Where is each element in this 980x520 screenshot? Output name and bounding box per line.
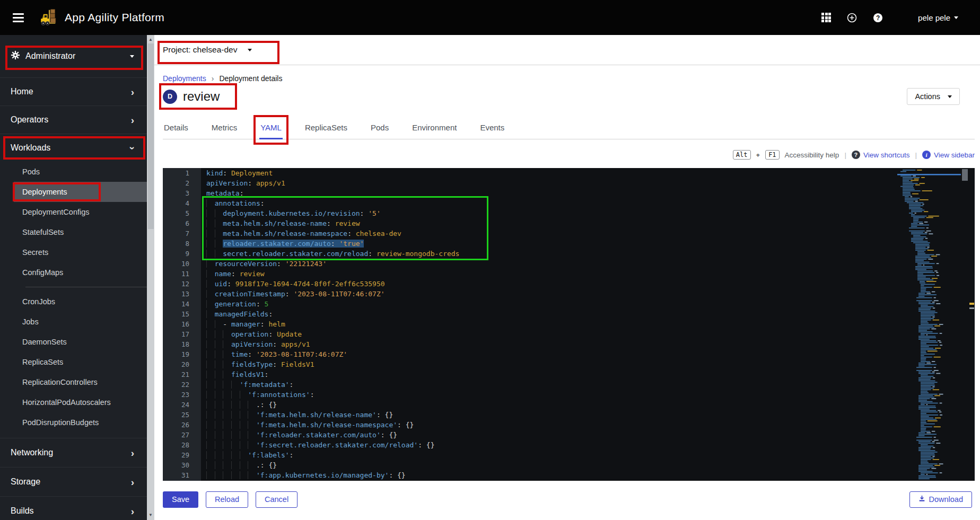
scroll-up-icon[interactable]: ▲ xyxy=(147,36,154,43)
perspective-switcher[interactable]: Administrator xyxy=(0,35,147,77)
sidebar-item-horizontalpodautoscalers[interactable]: HorizontalPodAutoscalers xyxy=(0,392,147,412)
scrollbar-thumb[interactable] xyxy=(148,43,154,229)
yaml-line[interactable]: 18 apiVersion: apps/v1 xyxy=(163,339,895,349)
yaml-line[interactable]: 16 - manager: helm xyxy=(163,319,895,329)
tab-metrics[interactable]: Metrics xyxy=(211,119,238,139)
sidebar-item-daemonsets[interactable]: DaemonSets xyxy=(0,332,147,352)
overview-ruler-mark xyxy=(969,307,974,309)
yaml-editor[interactable]: 1kind: Deployment2apiVersion: apps/v13me… xyxy=(163,168,975,481)
line-number: 12 xyxy=(163,279,201,289)
yaml-line[interactable]: 8 reloader.stakater.com/auto: 'true' xyxy=(163,239,895,249)
editor-scrollbar-thumb[interactable] xyxy=(962,169,968,181)
sidebar-item-deploymentconfigs[interactable]: DeploymentConfigs xyxy=(0,202,147,222)
yaml-line[interactable]: 6 meta.helm.sh/release-name: review xyxy=(163,218,895,228)
view-shortcuts-link[interactable]: ? View shortcuts xyxy=(852,151,910,159)
download-icon xyxy=(918,495,925,504)
yaml-line[interactable]: 25 'f:meta.helm.sh/release-name': {} xyxy=(163,410,895,420)
view-sidebar-link[interactable]: i View sidebar xyxy=(922,151,975,159)
sidebar-item-networking[interactable]: Networking xyxy=(0,438,147,467)
line-number: 20 xyxy=(163,359,201,369)
sidebar-item-builds[interactable]: Builds xyxy=(0,496,147,520)
yaml-line[interactable]: 2apiVersion: apps/v1 xyxy=(163,178,895,188)
reload-button[interactable]: Reload xyxy=(206,491,248,508)
yaml-line-content: .: {} xyxy=(201,400,277,410)
yaml-line[interactable]: 19 time: '2023-08-11T07:46:07Z' xyxy=(163,349,895,359)
yaml-line-content: reloader.stakater.com/auto: 'true' xyxy=(201,239,364,249)
sidebar-item-statefulsets[interactable]: StatefulSets xyxy=(0,222,147,242)
sidebar-item-deployments[interactable]: Deployments xyxy=(0,182,147,202)
tab-environment[interactable]: Environment xyxy=(411,119,458,139)
sidebar-item-secrets[interactable]: Secrets xyxy=(0,242,147,262)
yaml-line[interactable]: 5 deployment.kubernetes.io/revision: '5' xyxy=(163,208,895,218)
yaml-line[interactable]: 17 operation: Update xyxy=(163,329,895,339)
yaml-line-content: 'f:app.kubernetes.io/managed-by': {} xyxy=(201,470,406,480)
line-number: 16 xyxy=(163,319,201,329)
sidebar-item-cronjobs[interactable]: CronJobs xyxy=(0,292,147,312)
project-bar: Project: chelsea-dev xyxy=(154,35,980,65)
download-button[interactable]: Download xyxy=(909,491,973,508)
sidebar-item-storage[interactable]: Storage xyxy=(0,467,147,496)
yaml-line[interactable]: 28 'f:secret.reloader.stakater.com/reloa… xyxy=(163,440,895,450)
sidebar-item-replicationcontrollers[interactable]: ReplicationControllers xyxy=(0,372,147,392)
yaml-line[interactable]: 21 fieldsV1: xyxy=(163,369,895,380)
tab-yaml[interactable]: YAML xyxy=(259,119,283,139)
yaml-line[interactable]: 10 resourceVersion: '22121243' xyxy=(163,259,895,269)
tab-pods[interactable]: Pods xyxy=(370,119,390,139)
project-selector[interactable]: Project: chelsea-dev xyxy=(163,45,237,55)
tab-events[interactable]: Events xyxy=(479,119,505,139)
sidebar-item-jobs[interactable]: Jobs xyxy=(0,312,147,332)
yaml-line[interactable]: 1kind: Deployment xyxy=(163,168,895,178)
sidebar-item-home[interactable]: Home xyxy=(0,77,147,105)
yaml-line[interactable]: 9 secret.reloader.stakater.com/reload: r… xyxy=(163,249,895,259)
yaml-line[interactable]: 7 meta.helm.sh/release-namespace: chelse… xyxy=(163,228,895,239)
breadcrumb-deployments-link[interactable]: Deployments xyxy=(163,74,206,83)
yaml-lines[interactable]: 1kind: Deployment2apiVersion: apps/v13me… xyxy=(163,168,895,481)
yaml-line[interactable]: 26 'f:meta.helm.sh/release-namespace': {… xyxy=(163,420,895,430)
save-button[interactable]: Save xyxy=(163,491,198,508)
yaml-line-content: apiVersion: apps/v1 xyxy=(201,339,310,349)
sidebar-item-poddisruptionbudgets[interactable]: PodDisruptionBudgets xyxy=(0,412,147,433)
yaml-line[interactable]: 13 creationTimestamp: '2023-08-11T07:46:… xyxy=(163,289,895,299)
yaml-line[interactable]: 31 'f:app.kubernetes.io/managed-by': {} xyxy=(163,470,895,480)
sidebar-item-workloads[interactable]: Workloads xyxy=(0,134,147,162)
kbd-alt: Alt xyxy=(733,150,751,160)
chevron-right-icon xyxy=(131,115,134,125)
tab-details[interactable]: Details xyxy=(163,119,189,139)
sidebar-item-pods[interactable]: Pods xyxy=(0,162,147,182)
cancel-button[interactable]: Cancel xyxy=(256,491,298,508)
caret-down-icon[interactable] xyxy=(248,49,252,51)
actions-button[interactable]: Actions xyxy=(907,88,960,105)
yaml-line[interactable]: 20 fieldsType: FieldsV1 xyxy=(163,359,895,369)
screen: App Agility Platform ? pele pele xyxy=(0,0,980,520)
yaml-line-content: deployment.kubernetes.io/revision: '5' xyxy=(201,208,381,218)
yaml-line[interactable]: 4 annotations: xyxy=(163,198,895,208)
menu-toggle-icon[interactable] xyxy=(13,13,24,22)
yaml-line[interactable]: 14 generation: 5 xyxy=(163,299,895,309)
app-launcher-icon[interactable] xyxy=(821,13,831,22)
yaml-line[interactable]: 3metadata: xyxy=(163,188,895,198)
yaml-line[interactable]: 23 'f:annotations': xyxy=(163,390,895,400)
yaml-line[interactable]: 12 uid: 9918f17e-1694-47d4-8f0f-2eff6c53… xyxy=(163,279,895,289)
sidebar-item-replicasets[interactable]: ReplicaSets xyxy=(0,352,147,372)
sidebar-item-configmaps[interactable]: ConfigMaps xyxy=(0,262,147,283)
forklift-logo-icon xyxy=(38,7,58,28)
help-circle-icon[interactable]: ? xyxy=(873,13,883,23)
user-menu[interactable]: pele pele xyxy=(918,13,958,22)
add-circle-icon[interactable] xyxy=(847,13,857,23)
yaml-line[interactable]: 22 'f:metadata': xyxy=(163,380,895,390)
sidebar-item-operators[interactable]: Operators xyxy=(0,105,147,134)
sidebar-scrollbar[interactable]: ▲ ▼ xyxy=(147,35,154,520)
yaml-line[interactable]: 30 .: {} xyxy=(163,460,895,470)
view-shortcuts-label: View shortcuts xyxy=(863,151,910,159)
minimap[interactable] xyxy=(897,168,961,481)
sidebar-item-label: Operators xyxy=(11,115,48,125)
yaml-line[interactable]: 27 'f:reloader.stakater.com/auto': {} xyxy=(163,430,895,440)
yaml-line[interactable]: 29 'f:labels': xyxy=(163,450,895,460)
yaml-line[interactable]: 24 .: {} xyxy=(163,400,895,410)
scroll-down-icon[interactable]: ▼ xyxy=(147,512,154,519)
yaml-line[interactable]: 11 name: review xyxy=(163,269,895,279)
yaml-line[interactable]: 15 managedFields: xyxy=(163,309,895,319)
tab-replicasets[interactable]: ReplicaSets xyxy=(304,119,348,139)
sidebar-item-label: Workloads xyxy=(11,143,50,153)
chevron-right-icon xyxy=(131,477,134,487)
